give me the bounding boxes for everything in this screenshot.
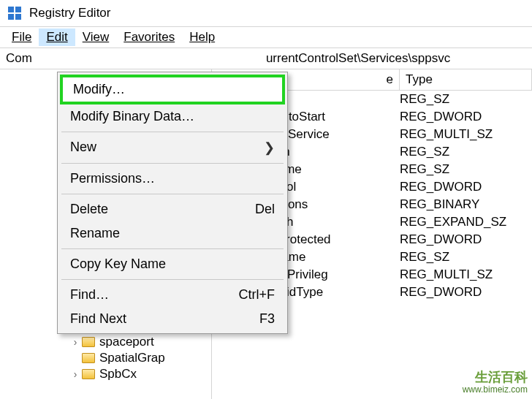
value-type: REG_EXPAND_SZ xyxy=(400,215,506,229)
value-type: REG_MULTI_SZ xyxy=(400,267,493,282)
app-title: Registry Editor xyxy=(29,6,110,20)
svg-rect-3 xyxy=(15,14,21,20)
separator xyxy=(61,163,284,164)
chevron-right-icon[interactable]: › xyxy=(70,336,80,348)
value-type: REG_BINARY xyxy=(400,197,479,212)
value-type: REG_SZ xyxy=(400,162,449,177)
svg-rect-1 xyxy=(15,7,21,12)
col-type[interactable]: Type xyxy=(400,69,532,90)
value-type: REG_SZ xyxy=(400,250,449,265)
folder-icon xyxy=(82,369,95,379)
menu-favorites[interactable]: Favorites xyxy=(116,28,182,46)
tree-item[interactable]: ›SpbCx xyxy=(0,366,211,382)
highlight-box: Modify… xyxy=(60,75,285,104)
menubar: File Edit View Favorites Help xyxy=(0,27,532,48)
separator xyxy=(61,279,284,280)
value-type: REG_DWORD xyxy=(400,232,482,247)
menu-rename[interactable]: Rename xyxy=(60,221,285,246)
separator xyxy=(61,194,284,194)
value-type: REG_SZ xyxy=(400,92,449,107)
tree-label: spaceport xyxy=(99,335,154,349)
addressbar[interactable]: Com urrentControlSet\Services\sppsvc xyxy=(0,48,532,69)
value-type: REG_DWORD xyxy=(400,285,482,300)
address-path: urrentControlSet\Services\sppsvc xyxy=(266,51,450,66)
menu-help[interactable]: Help xyxy=(182,28,222,46)
chevron-right-icon: ❯ xyxy=(264,140,275,156)
menu-find[interactable]: Find… Ctrl+F xyxy=(60,283,285,307)
menu-file[interactable]: File xyxy=(4,28,39,46)
tree-label: SpbCx xyxy=(99,367,137,381)
menu-delete[interactable]: Delete Del xyxy=(60,197,285,221)
menu-find-next[interactable]: Find Next F3 xyxy=(60,307,285,331)
chevron-right-icon[interactable]: › xyxy=(70,368,80,380)
menu-view[interactable]: View xyxy=(75,28,117,46)
menu-permissions[interactable]: Permissions… xyxy=(60,167,285,191)
menu-modify-binary[interactable]: Modify Binary Data… xyxy=(60,104,285,129)
folder-icon xyxy=(82,337,95,347)
regedit-icon xyxy=(7,6,22,20)
menu-modify[interactable]: Modify… xyxy=(63,77,282,102)
value-type: REG_MULTI_SZ xyxy=(400,127,493,142)
tree-item[interactable]: ›spaceport xyxy=(0,334,211,350)
svg-rect-0 xyxy=(8,7,14,12)
value-type: REG_DWORD xyxy=(400,110,482,124)
address-label: Com xyxy=(6,51,32,66)
menu-copy-key[interactable]: Copy Key Name xyxy=(60,252,285,276)
edit-dropdown: Modify… Modify Binary Data… New ❯ Permis… xyxy=(57,72,288,334)
menu-new[interactable]: New ❯ xyxy=(60,135,285,160)
tree-label: SpatialGrap xyxy=(99,351,165,365)
separator xyxy=(61,248,284,249)
value-type: REG_DWORD xyxy=(400,180,482,194)
svg-rect-2 xyxy=(8,14,14,20)
value-type: REG_SZ xyxy=(400,145,449,159)
folder-icon xyxy=(82,353,95,363)
menu-edit[interactable]: Edit xyxy=(39,28,75,46)
titlebar: Registry Editor xyxy=(0,0,532,27)
tree-item[interactable]: SpatialGrap xyxy=(0,350,211,366)
separator xyxy=(61,132,284,132)
